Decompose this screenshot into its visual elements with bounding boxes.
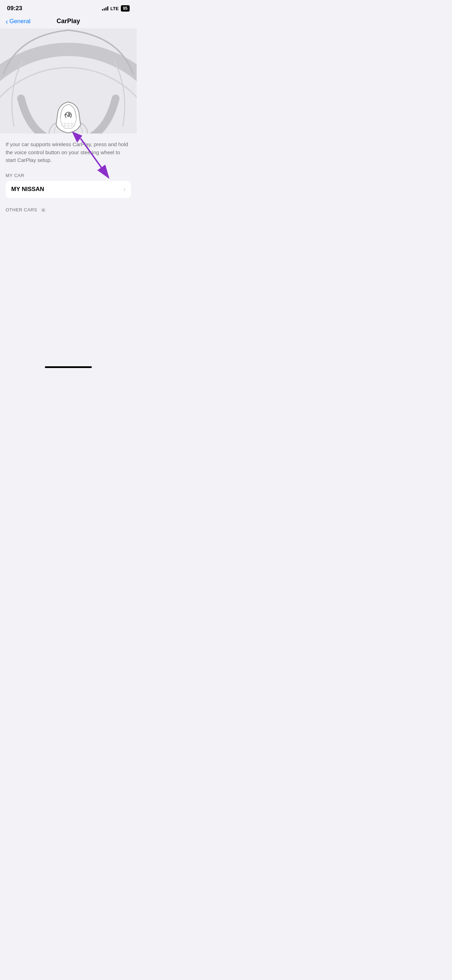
svg-point-6 [68,113,70,115]
signal-bar-1 [102,9,103,11]
status-time: 09:23 [7,5,22,12]
my-car-item[interactable]: MY NISSAN › [6,181,131,198]
status-right-icons: LTE 95 [102,5,130,11]
battery-level: 95 [121,5,130,11]
other-cars-section-label: OTHER CARS [6,207,131,213]
chevron-right-icon: › [123,186,126,193]
my-car-item-title: MY NISSAN [11,186,44,193]
signal-bar-4 [107,6,108,11]
back-button[interactable]: ‹ General [6,18,30,25]
nav-bar: ‹ General CarPlay [0,15,137,29]
lte-label: LTE [110,6,119,11]
my-car-section-label: MY CAR [6,173,131,178]
description-text: If your car supports wireless CarPlay, p… [6,140,131,164]
home-bar [45,366,92,368]
back-label: General [10,18,30,25]
my-car-list-group: MY NISSAN › [6,181,131,198]
page-title: CarPlay [56,18,80,25]
back-chevron-icon: ‹ [6,18,8,25]
other-cars-label-text: OTHER CARS [6,207,37,212]
battery: 95 [121,5,130,11]
signal-bar-2 [104,8,105,11]
empty-space [0,223,137,363]
signal-bar-3 [105,7,107,11]
loading-spinner [41,207,48,213]
content-section: If your car supports wireless CarPlay, p… [0,134,137,223]
page-container: 09:23 LTE 95 ‹ General CarPlay [0,0,137,372]
steering-wheel-svg [0,29,137,134]
home-indicator [0,363,137,372]
status-bar: 09:23 LTE 95 [0,0,137,15]
steering-wheel-image [0,29,137,134]
signal-bars [102,6,108,11]
